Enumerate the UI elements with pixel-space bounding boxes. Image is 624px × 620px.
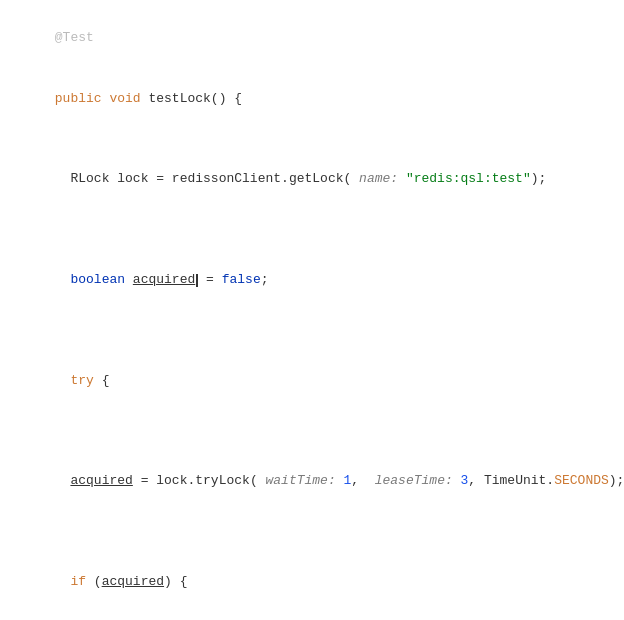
string-redis: "redis:qsl:test" (406, 171, 531, 186)
annotation-text: @Test (55, 30, 94, 45)
kw-if1: if (70, 574, 93, 589)
param-name: name: (359, 171, 406, 186)
line-try: try { (0, 330, 624, 431)
line-annotation: @Test (0, 8, 624, 68)
method-trylock: tryLock (195, 473, 250, 488)
var-acquired3: acquired (102, 574, 164, 589)
line-if-acquired: if (acquired) { (0, 532, 624, 620)
var-lock: lock (117, 171, 156, 186)
kw-false: false (222, 272, 261, 287)
rlock-type: RLock (70, 171, 117, 186)
line-trylock: acquired = lock.tryLock( waitTime: 1, le… (0, 431, 624, 532)
kw-try: try (70, 373, 101, 388)
line-boolean-decl: boolean acquired = false; (0, 230, 624, 331)
line-rlock-decl: RLock lock = redissonClient.getLock( nam… (0, 129, 624, 230)
paren: () { (211, 91, 242, 106)
method-getlock: getLock (289, 171, 344, 186)
kw-void: void (109, 91, 148, 106)
var-acquired2: acquired (70, 473, 132, 488)
method-name: testLock (148, 91, 210, 106)
var-acquired: acquired (133, 272, 195, 287)
code-editor: @Test public void testLock() { RLock loc… (0, 0, 624, 620)
kw-boolean: boolean (70, 272, 132, 287)
kw-public: public (55, 91, 110, 106)
line-method-sig: public void testLock() { (0, 68, 624, 128)
